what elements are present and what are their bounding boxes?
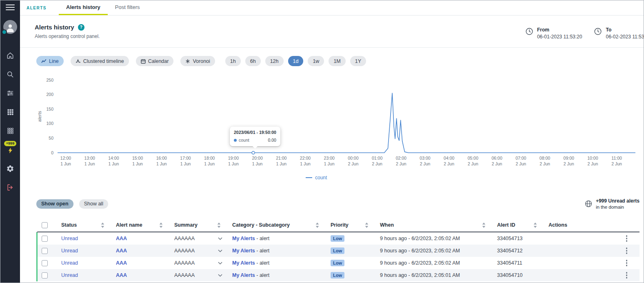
chart-controls: LineClustered timelineCalendarVoronoi 1h…: [36, 56, 644, 66]
category-link[interactable]: My Alerts: [232, 236, 255, 241]
table-row[interactable]: UnreadAAAAAAAAAMy Alerts - alertLow9 hou…: [36, 245, 640, 257]
filters-icon[interactable]: [5, 89, 15, 98]
tab-post-filters[interactable]: Post filters: [108, 0, 147, 15]
table-row[interactable]: UnreadAAAAAAAAAMy Alerts - alertLow9 hou…: [36, 232, 640, 245]
category-link[interactable]: My Alerts: [232, 260, 255, 266]
alert-name-link[interactable]: AAA: [116, 260, 127, 266]
alerts-shortcut[interactable]: +999: [4, 141, 16, 154]
summary-cell: AAAAAA: [174, 272, 232, 278]
view-button-clustered-timeline[interactable]: Clustered timeline: [71, 56, 129, 66]
status-link[interactable]: Unread: [61, 272, 78, 278]
logout-icon[interactable]: [5, 183, 15, 192]
category-link[interactable]: My Alerts: [232, 272, 255, 278]
svg-text:11:00: 11:00: [611, 156, 622, 160]
svg-text:2 Jun: 2 Jun: [468, 161, 478, 166]
alert-name-link[interactable]: AAA: [116, 272, 127, 278]
from-datetime[interactable]: From 06-01-2023 11:53:20: [525, 27, 582, 40]
category-cell: My Alerts - alert: [232, 260, 331, 266]
range-button-12h[interactable]: 12h: [265, 56, 284, 66]
column-header-summary[interactable]: Summary: [174, 222, 232, 228]
sort-icon[interactable]: [159, 223, 163, 228]
row-actions-button[interactable]: [624, 246, 629, 255]
settings-gear-icon[interactable]: [5, 164, 15, 173]
view-switcher: LineClustered timelineCalendarVoronoi: [36, 56, 215, 66]
status-link[interactable]: Unread: [61, 236, 78, 241]
help-icon[interactable]: ?: [78, 24, 84, 31]
apps-grid-icon[interactable]: [5, 107, 15, 116]
search-icon[interactable]: [5, 70, 15, 79]
svg-text:0: 0: [51, 150, 53, 155]
user-avatar[interactable]: [3, 20, 17, 34]
column-header-when[interactable]: When: [380, 222, 497, 228]
avatar-status-badge: [2, 29, 7, 35]
row-actions-button[interactable]: [624, 234, 629, 243]
sidebar-nav: +999: [4, 51, 16, 192]
row-select-cell: [38, 272, 61, 279]
sort-icon[interactable]: [365, 223, 369, 228]
chevron-down-icon[interactable]: [218, 237, 222, 240]
tab-bar: ALERTS Alerts historyPost filters: [20, 0, 644, 16]
row-actions-button[interactable]: [624, 258, 629, 267]
column-header-priority[interactable]: Priority: [331, 222, 380, 228]
range-button-1y[interactable]: 1Y: [350, 56, 366, 66]
svg-text:250: 250: [46, 78, 53, 82]
view-button-line[interactable]: Line: [36, 56, 64, 66]
hamburger-menu-button[interactable]: [0, 0, 20, 14]
home-icon[interactable]: [5, 51, 15, 60]
view-button-calendar[interactable]: Calendar: [136, 56, 174, 66]
column-header-category-subcategory[interactable]: Category - Subcategory: [232, 222, 331, 228]
column-header-alert-name[interactable]: Alert name: [116, 222, 174, 228]
column-header-actions: Actions: [549, 222, 640, 228]
range-button-1h[interactable]: 1h: [225, 56, 241, 66]
modules-grid-icon[interactable]: [5, 126, 15, 135]
view-button-voronoi[interactable]: Voronoi: [180, 56, 215, 66]
chevron-down-icon[interactable]: [218, 262, 222, 265]
svg-text:04:00: 04:00: [444, 156, 454, 160]
show-all-button[interactable]: Show all: [79, 199, 108, 209]
tab-alerts-history[interactable]: Alerts history: [59, 0, 108, 15]
category-link[interactable]: My Alerts: [232, 248, 255, 254]
alert-name-cell: AAA: [116, 260, 174, 266]
row-checkbox[interactable]: [42, 236, 48, 242]
chart-legend[interactable]: count: [306, 175, 327, 180]
range-button-6h[interactable]: 6h: [245, 56, 261, 66]
unread-count: +999 Unread alerts: [596, 198, 640, 204]
svg-text:01:00: 01:00: [372, 156, 382, 160]
status-link[interactable]: Unread: [61, 248, 78, 254]
column-header-status[interactable]: Status: [61, 222, 116, 228]
range-button-1m[interactable]: 1M: [329, 56, 345, 66]
chevron-down-icon[interactable]: [218, 250, 222, 252]
sort-icon[interactable]: [101, 223, 104, 228]
row-checkbox[interactable]: [42, 260, 48, 266]
range-button-1d[interactable]: 1d: [288, 56, 304, 66]
row-checkbox[interactable]: [42, 248, 48, 254]
svg-text:12:00: 12:00: [60, 156, 71, 160]
alerts-line-chart[interactable]: 050100150200250alerts12:001 Jun13:001 Ju…: [36, 76, 643, 173]
column-header-alert-id[interactable]: Alert ID: [497, 222, 549, 228]
row-checkbox[interactable]: [42, 272, 48, 279]
select-all-checkbox[interactable]: [42, 222, 48, 228]
alerts-table-header: StatusAlert nameSummaryCategory - Subcat…: [36, 218, 640, 232]
to-datetime[interactable]: To 06-02-2023 11:53:20: [593, 27, 644, 40]
svg-text:1 Jun: 1 Jun: [300, 161, 311, 166]
alert-name-link[interactable]: AAA: [116, 236, 127, 241]
sort-icon[interactable]: [315, 223, 319, 228]
svg-text:16:00: 16:00: [156, 156, 167, 160]
status-link[interactable]: Unread: [61, 260, 78, 266]
chevron-down-icon[interactable]: [218, 274, 222, 277]
alert-name-link[interactable]: AAA: [116, 248, 127, 254]
svg-text:18:00: 18:00: [204, 156, 215, 160]
row-actions-button[interactable]: [624, 271, 629, 280]
sort-icon[interactable]: [217, 223, 221, 228]
range-button-1w[interactable]: 1w: [308, 56, 324, 66]
status-cell: Unread: [61, 248, 116, 254]
sort-icon[interactable]: [482, 223, 486, 228]
actions-cell: [549, 258, 640, 267]
sort-icon[interactable]: [533, 223, 537, 228]
tooltip-series-label: count: [239, 138, 249, 143]
table-row[interactable]: UnreadAAAAAAAAAMy Alerts - alertLow9 hou…: [36, 269, 640, 281]
show-open-button[interactable]: Show open: [36, 199, 73, 209]
table-row[interactable]: UnreadAAAAAAAAAMy Alerts - alertLow9 hou…: [36, 257, 640, 269]
summary-cell: AAAAAA: [174, 236, 232, 241]
svg-text:2 Jun: 2 Jun: [611, 161, 622, 166]
